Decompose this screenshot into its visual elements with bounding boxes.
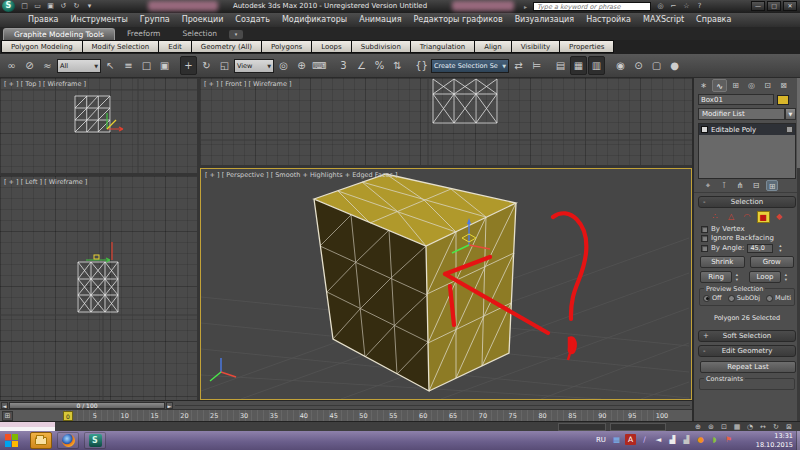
repeat-last-button[interactable]: Repeat Last — [700, 361, 796, 373]
select-and-move-icon[interactable]: + — [180, 56, 197, 75]
border-subobject-icon[interactable]: ◠ — [741, 211, 754, 223]
subtab-align[interactable]: Align — [474, 40, 512, 53]
bind-to-space-warp-icon[interactable]: ≈ — [39, 56, 56, 75]
preview-option-multi[interactable]: Multi — [766, 294, 791, 302]
adobe-tray-icon[interactable]: A — [625, 434, 636, 445]
antivirus-tray-icon[interactable]: ● — [695, 434, 706, 445]
modifier-visibility-icon[interactable] — [701, 126, 708, 133]
help-icon[interactable]: ? — [694, 1, 705, 11]
show-end-result-icon[interactable]: ⊺ — [718, 180, 730, 191]
viewport-front[interactable]: [ + ] [ Front ] [ Wireframe ] — [200, 78, 692, 165]
menu-правка[interactable]: Правка — [22, 13, 64, 27]
make-unique-icon[interactable]: ⋔ — [734, 180, 746, 191]
select-by-name-icon[interactable]: ≡ — [120, 56, 137, 75]
ribbon-tab-selection[interactable]: Selection — [172, 28, 227, 40]
menu-создать[interactable]: Создать — [229, 13, 276, 27]
select-object-icon[interactable]: ↖ — [102, 56, 119, 75]
menu-визуализация[interactable]: Визуализация — [509, 13, 581, 27]
redo-icon[interactable]: ↻ — [71, 1, 82, 11]
pin-stack-icon[interactable]: ⌖ — [702, 180, 714, 191]
3dsmax-logo-icon[interactable]: S — [2, 0, 15, 12]
preview-option-off[interactable]: Off — [703, 294, 722, 302]
language-indicator[interactable]: RU — [596, 436, 606, 444]
mirror-icon[interactable]: ⇄ — [510, 56, 527, 75]
search-expand-arrow-icon[interactable]: ▸ — [524, 3, 527, 10]
motion-tab-icon[interactable]: ◎ — [744, 79, 759, 92]
utilities-tab-icon[interactable]: ⊠ — [776, 79, 791, 92]
firefox-icon[interactable] — [57, 432, 79, 449]
menu-модификаторы[interactable]: Модификаторы — [276, 13, 353, 27]
save-file-icon[interactable]: ▣ — [45, 1, 56, 11]
file-explorer-icon[interactable] — [30, 432, 52, 449]
material-editor-icon[interactable]: ◉ — [612, 56, 629, 75]
viewport-perspective-label[interactable]: [ + ] [ Perspective ] [ Smooth + Highlig… — [205, 171, 397, 179]
percent-snap-icon[interactable]: % — [371, 56, 388, 75]
layer-manager-icon[interactable]: ▤ — [552, 56, 569, 75]
subtab-properties[interactable]: Properties — [559, 40, 614, 53]
search-input[interactable] — [533, 2, 651, 11]
align-icon[interactable]: ⊨ — [528, 56, 545, 75]
viewport-top[interactable]: [ + ] [ Top ] [ Wireframe ] — [0, 78, 197, 173]
hierarchy-tab-icon[interactable]: ⊞ — [728, 79, 743, 92]
menu-группа[interactable]: Группа — [134, 13, 176, 27]
by-angle-checkbox[interactable] — [701, 245, 708, 252]
by-angle-input[interactable] — [747, 244, 773, 253]
time-marker[interactable]: 0 — [63, 411, 73, 421]
menu-проекции[interactable]: Проекции — [176, 13, 230, 27]
subtab-edit[interactable]: Edit — [158, 40, 192, 53]
curve-editor-icon[interactable]: ▦ — [570, 56, 587, 75]
menu-инструменты[interactable]: Инструменты — [64, 13, 133, 27]
time-slider-handle[interactable]: 0 / 100 — [9, 402, 165, 409]
menu-справка[interactable]: Справка — [690, 13, 737, 27]
soft-selection-rollout-header[interactable]: + Soft Selection — [698, 330, 796, 342]
flag-tray-icon[interactable]: ⚑ — [723, 434, 734, 445]
subtab-loops[interactable]: Loops — [311, 40, 351, 53]
key-icon[interactable]: ⌐ — [668, 1, 679, 11]
box-object[interactable] — [314, 174, 516, 391]
ring-spinner[interactable] — [733, 272, 741, 282]
selection-rollout-header[interactable]: - Selection — [698, 196, 796, 208]
subtab-visibility[interactable]: Visibility — [511, 40, 560, 53]
edit-named-selection-sets-icon[interactable]: {} — [413, 56, 430, 75]
subtab-triangulation[interactable]: Triangulation — [410, 40, 475, 53]
select-and-link-icon[interactable]: ∞ — [3, 56, 20, 75]
ribbon-tab-graphite-modeling-tools[interactable]: Graphite Modeling Tools — [3, 28, 115, 40]
edge-subobject-icon[interactable]: △ — [725, 211, 738, 223]
select-and-manipulate-icon[interactable]: ⊕ — [293, 56, 310, 75]
shrink-button[interactable]: Shrink — [700, 256, 745, 268]
schematic-view-icon[interactable]: ▥ — [588, 56, 605, 75]
keyboard-shortcut-override-icon[interactable]: ⌨ — [311, 56, 328, 75]
taskbar-clock[interactable]: 13:31 18.10.2015 — [756, 432, 793, 449]
menu-настройка[interactable]: Настройка — [580, 13, 637, 27]
modify-tab-icon[interactable]: ∿ — [712, 79, 727, 92]
stack-item-editable-poly[interactable]: Editable Poly — [699, 124, 795, 135]
subtab-subdivision[interactable]: Subdivision — [351, 40, 411, 53]
start-icon[interactable] — [5, 434, 18, 447]
defender-tray-icon[interactable]: ▦ — [611, 434, 622, 445]
render-setup-icon[interactable]: ⊙ — [630, 56, 647, 75]
gpu-tray-icon[interactable]: ◗ — [709, 434, 720, 445]
spinner-snap-icon[interactable]: ⇅ — [389, 56, 406, 75]
by-angle-spinner[interactable] — [776, 243, 784, 253]
3dsmax-taskbar-icon[interactable]: S — [84, 432, 106, 449]
minimize-button[interactable]: — — [751, 1, 765, 11]
element-subobject-icon[interactable]: ◆ — [773, 211, 786, 223]
select-and-rotate-icon[interactable]: ↻ — [198, 56, 215, 75]
object-color-swatch[interactable] — [777, 95, 789, 105]
open-file-icon[interactable]: ▭ — [32, 1, 43, 11]
modifier-stack[interactable]: Editable Poly — [698, 123, 796, 179]
track-bar[interactable]: ⊞ 0 510152025303540455055606570758085909… — [0, 409, 692, 421]
angle-snap-icon[interactable]: ∠ — [353, 56, 370, 75]
unlink-selection-icon[interactable]: ⊘ — [21, 56, 38, 75]
viewport-front-label[interactable]: [ + ] [ Front ] [ Wireframe ] — [204, 80, 292, 88]
viewport-left-label[interactable]: [ + ] [ Left ] [ Wireframe ] — [4, 178, 87, 186]
polygon-subobject-icon[interactable]: ■ — [757, 211, 770, 223]
time-slider-track[interactable]: ◄ 0 / 100 ► — [0, 400, 692, 409]
binoculars-icon[interactable]: ◎ — [655, 1, 666, 11]
coordinate-field-x[interactable] — [558, 423, 606, 431]
modifier-list-dropdown[interactable]: Modifier List — [698, 108, 785, 120]
by-vertex-checkbox[interactable] — [701, 226, 708, 233]
ring-button[interactable]: Ring — [700, 271, 732, 283]
maximize-button[interactable]: □ — [767, 1, 781, 11]
viewport-left[interactable]: [ + ] [ Left ] [ Wireframe ] — [0, 176, 197, 400]
